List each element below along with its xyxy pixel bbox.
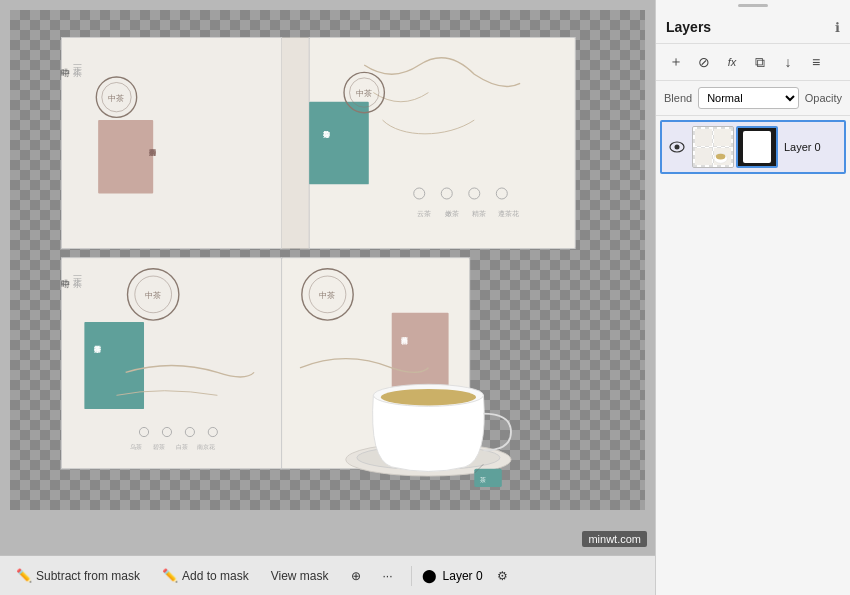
- settings-button[interactable]: ⚙: [489, 565, 516, 587]
- svg-rect-12: [309, 102, 369, 185]
- svg-rect-59: [695, 129, 712, 146]
- svg-text:南京花: 南京花: [197, 443, 215, 450]
- canvas-area: 金獅名茶系列 中茶 中時 正一茶 御茶导导导茶: [0, 0, 655, 595]
- svg-rect-27: [84, 322, 144, 409]
- merge-icon: ↓: [785, 54, 792, 70]
- layers-list: Layer 0: [656, 116, 850, 595]
- panel-title: Layers: [666, 19, 711, 35]
- more-layers-icon: ≡: [812, 54, 820, 70]
- layer-mask-thumb[interactable]: [736, 126, 778, 168]
- add-layer-button[interactable]: ＋: [664, 50, 688, 74]
- opacity-label: Opacity: [805, 92, 842, 104]
- view-label: View mask: [271, 569, 329, 583]
- panel-header: Layers ℹ: [656, 11, 850, 44]
- fx-icon: fx: [728, 56, 737, 68]
- layer-visibility-toggle[interactable]: [668, 138, 686, 156]
- subtract-from-mask-button[interactable]: ✏️ Subtract from mask: [8, 564, 148, 587]
- copy-button[interactable]: ⧉: [748, 50, 772, 74]
- add-mask-icon: ✏️: [162, 568, 178, 583]
- svg-rect-60: [714, 129, 731, 146]
- svg-text:嫩茶: 嫩茶: [445, 209, 459, 218]
- svg-text:遵茶花: 遵茶花: [498, 209, 519, 218]
- svg-text:茶: 茶: [480, 477, 486, 483]
- more-layers-button[interactable]: ≡: [804, 50, 828, 74]
- info-icon[interactable]: ℹ: [835, 20, 840, 35]
- svg-text:云茶: 云茶: [417, 209, 431, 218]
- layer-thumbnails: [692, 126, 778, 168]
- target-icon: ⊕: [351, 569, 361, 583]
- svg-text:中茶: 中茶: [320, 291, 336, 300]
- subtract-label: Subtract from mask: [36, 569, 140, 583]
- layer-name-label: Layer 0: [443, 569, 483, 583]
- layer-toolbar: ＋ ⊘ fx ⧉ ↓ ≡: [656, 44, 850, 81]
- more-button[interactable]: ···: [375, 565, 401, 587]
- svg-rect-0: [61, 38, 281, 249]
- merge-button[interactable]: ↓: [776, 50, 800, 74]
- blend-select[interactable]: NormalDissolveMultiplyScreenOverlaySoft …: [698, 87, 799, 109]
- settings-icon: ⚙: [497, 569, 508, 583]
- copy-icon: ⧉: [755, 54, 765, 71]
- mask-shape: [743, 131, 771, 163]
- svg-rect-61: [695, 148, 712, 165]
- svg-point-57: [675, 145, 680, 150]
- target-button[interactable]: ⊕: [343, 565, 369, 587]
- svg-point-64: [716, 154, 726, 160]
- canvas-wrapper: 金獅名茶系列 中茶 中時 正一茶 御茶导导导茶: [0, 0, 655, 555]
- svg-text:中茶: 中茶: [108, 94, 124, 103]
- add-to-mask-button[interactable]: ✏️ Add to mask: [154, 564, 257, 587]
- fx-button[interactable]: fx: [720, 50, 744, 74]
- svg-text:乌茶: 乌茶: [130, 443, 142, 450]
- svg-rect-53: [474, 469, 502, 487]
- layer-camera-icon: ⬤: [422, 568, 437, 583]
- svg-rect-3: [98, 120, 153, 193]
- more-icon: ···: [383, 569, 393, 583]
- add-label: Add to mask: [182, 569, 249, 583]
- brush-icon: ⊘: [698, 54, 710, 70]
- view-mask-button[interactable]: View mask: [263, 565, 337, 587]
- eye-icon: [669, 141, 685, 153]
- add-icon: ＋: [669, 53, 683, 71]
- svg-text:碧茶: 碧茶: [153, 443, 165, 450]
- brush-tool-button[interactable]: ⊘: [692, 50, 716, 74]
- svg-rect-44: [392, 313, 449, 396]
- layer-image-thumb[interactable]: [692, 126, 734, 168]
- svg-text:中茶: 中茶: [145, 291, 161, 300]
- layers-panel: Layers ℹ ＋ ⊘ fx ⧉ ↓ ≡ Bl: [655, 0, 850, 595]
- svg-text:精茶: 精茶: [472, 209, 486, 218]
- scroll-indicator: [738, 4, 768, 7]
- layer-name: Layer 0: [784, 141, 838, 153]
- svg-rect-2: [282, 38, 310, 249]
- product-image: 金獅名茶系列 中茶 中時 正一茶 御茶导导导茶: [10, 10, 645, 510]
- canvas-content[interactable]: 金獅名茶系列 中茶 中時 正一茶 御茶导导导茶: [10, 10, 645, 510]
- blend-row: Blend NormalDissolveMultiplyScreenOverla…: [656, 81, 850, 116]
- thumb-content: [693, 127, 733, 167]
- separator: [411, 566, 412, 586]
- layer-item[interactable]: Layer 0: [660, 120, 846, 174]
- watermark-text: minwt.com: [582, 531, 647, 547]
- bottom-toolbar: ✏️ Subtract from mask ✏️ Add to mask Vie…: [0, 555, 655, 595]
- subtract-icon: ✏️: [16, 568, 32, 583]
- svg-text:白茶: 白茶: [176, 443, 188, 450]
- svg-text:中茶: 中茶: [356, 89, 372, 98]
- svg-point-52: [381, 389, 476, 406]
- blend-label: Blend: [664, 92, 692, 104]
